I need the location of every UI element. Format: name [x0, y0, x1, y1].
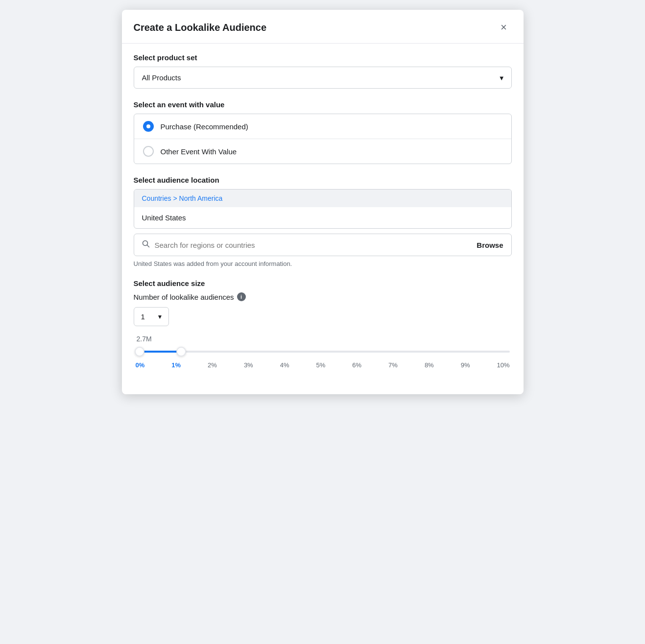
- modal-title: Create a Lookalike Audience: [134, 22, 267, 33]
- slider-track: [136, 351, 510, 353]
- product-set-label: Select product set: [134, 53, 512, 62]
- slider-labels: 0% 1% 2% 3% 4% 5% 6% 7% 8% 9% 10%: [136, 361, 510, 369]
- modal-container: Create a Lookalike Audience × Select pro…: [122, 10, 524, 394]
- slider-label-4: 4%: [280, 361, 289, 369]
- event-other-label: Other Event With Value: [161, 147, 237, 156]
- number-select[interactable]: 1 2 3 4 5: [134, 307, 169, 326]
- slider-thumb-end[interactable]: [176, 347, 186, 357]
- modal-header: Create a Lookalike Audience ×: [122, 10, 524, 44]
- product-set-select-wrapper: All Products ▼: [134, 67, 512, 89]
- search-input[interactable]: [155, 241, 472, 249]
- event-purchase-label: Purchase (Recommended): [161, 122, 248, 131]
- breadcrumb-region[interactable]: North America: [179, 194, 223, 202]
- close-button[interactable]: ×: [496, 20, 512, 35]
- browse-button[interactable]: Browse: [477, 241, 503, 249]
- location-label: Select audience location: [134, 176, 512, 184]
- slider-label-9: 9%: [461, 361, 470, 369]
- product-set-select[interactable]: All Products: [134, 67, 512, 89]
- location-box: Countries > North America United States: [134, 189, 512, 229]
- slider-value-label: 2.7M: [137, 335, 510, 343]
- slider-container: 2.7M 0% 1% 2% 3% 4% 5% 6% 7%: [134, 335, 512, 369]
- audience-size-section: Select audience size Number of lookalike…: [134, 279, 512, 369]
- breadcrumb-countries[interactable]: Countries: [142, 194, 171, 202]
- event-section: Select an event with value Purchase (Rec…: [134, 100, 512, 164]
- slider-label-2: 2%: [208, 361, 217, 369]
- slider-label-8: 8%: [425, 361, 434, 369]
- info-icon[interactable]: i: [237, 292, 246, 301]
- slider-label-7: 7%: [388, 361, 398, 369]
- slider-wrapper[interactable]: [136, 346, 510, 358]
- radio-purchase-icon: [143, 121, 154, 132]
- radio-other-icon: [143, 146, 154, 157]
- search-bar: Browse: [134, 234, 512, 256]
- event-radio-group: Purchase (Recommended) Other Event With …: [134, 114, 512, 164]
- slider-label-1: 1%: [171, 361, 181, 369]
- location-helper-text: United States was added from your accoun…: [134, 260, 512, 267]
- number-select-wrapper: 1 2 3 4 5 ▼: [134, 307, 169, 326]
- breadcrumb-bar: Countries > North America: [134, 190, 511, 207]
- breadcrumb-separator: >: [173, 194, 177, 202]
- event-option-purchase[interactable]: Purchase (Recommended): [134, 114, 511, 139]
- search-icon: [142, 240, 150, 250]
- audience-size-label: Select audience size: [134, 279, 512, 287]
- slider-label-10: 10%: [497, 361, 509, 369]
- selected-country: United States: [134, 207, 511, 228]
- slider-label-5: 5%: [316, 361, 325, 369]
- slider-label-0: 0%: [136, 361, 145, 369]
- svg-line-1: [147, 245, 149, 247]
- slider-label-3: 3%: [244, 361, 253, 369]
- event-label: Select an event with value: [134, 100, 512, 109]
- product-set-section: Select product set All Products ▼: [134, 53, 512, 89]
- number-of-audiences-label: Number of lookalike audiences i: [134, 292, 512, 301]
- location-section: Select audience location Countries > Nor…: [134, 176, 512, 267]
- slider-label-6: 6%: [352, 361, 361, 369]
- event-option-other[interactable]: Other Event With Value: [134, 139, 511, 164]
- slider-thumb-start[interactable]: [135, 347, 144, 357]
- modal-body: Select product set All Products ▼ Select…: [122, 44, 524, 394]
